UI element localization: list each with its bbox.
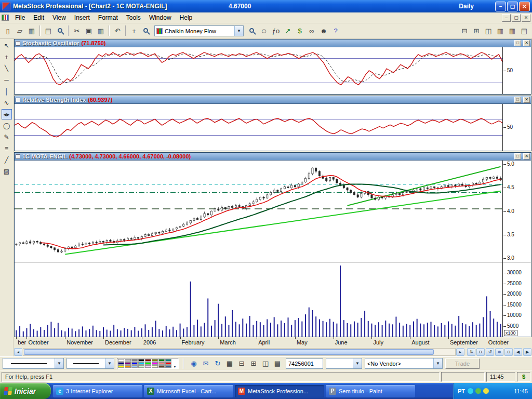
- arrange-icons-icon[interactable]: ▥: [495, 25, 506, 37]
- panel-collapse-box[interactable]: [16, 98, 20, 102]
- undo-icon[interactable]: ↶: [112, 25, 123, 37]
- indicator-dropdown[interactable]: Chaikin Money Flow ▼: [154, 25, 244, 36]
- language-indicator[interactable]: PT: [458, 388, 465, 394]
- color-swatch[interactable]: [118, 362, 124, 365]
- scroll-right-button[interactable]: ▸: [456, 348, 464, 356]
- vertical-line-tool[interactable]: │: [2, 86, 12, 97]
- cascade-windows-icon[interactable]: ◫: [483, 25, 494, 37]
- options-scope-icon[interactable]: ☻: [318, 25, 329, 37]
- color-palette[interactable]: ▼: [117, 358, 179, 369]
- text-note-tool[interactable]: ✎: [2, 132, 12, 142]
- color-swatch[interactable]: [138, 359, 144, 362]
- palette-dropdown-arrow[interactable]: ▼: [172, 365, 178, 368]
- taskbar-clock[interactable]: 11:45: [514, 388, 528, 394]
- color-swatch[interactable]: [125, 362, 131, 365]
- account-dropdown[interactable]: ▼: [326, 358, 362, 369]
- zoom-icon[interactable]: [140, 25, 152, 37]
- tile-horizontal-icon[interactable]: ⊟: [459, 25, 470, 37]
- chevron-down-icon[interactable]: ▼: [105, 358, 114, 368]
- rsi-chart[interactable]: [15, 104, 503, 151]
- line-weight-dropdown[interactable]: ▼: [66, 358, 114, 369]
- new-window-icon[interactable]: ▤: [518, 25, 530, 37]
- scroll-arrows-tool[interactable]: ◂▸: [2, 109, 12, 119]
- pattern-tool[interactable]: ▨: [2, 166, 12, 177]
- ellipse-tool[interactable]: ◯: [2, 121, 12, 131]
- chevron-down-icon[interactable]: ▼: [433, 358, 442, 368]
- regression-tool[interactable]: ╱: [2, 155, 12, 165]
- page-left-icon[interactable]: ◀: [514, 348, 522, 356]
- fibonacci-tool[interactable]: ≡: [2, 143, 12, 154]
- menu-format[interactable]: Format: [94, 13, 122, 22]
- tile-cols-icon[interactable]: ⊞: [248, 358, 259, 369]
- list-layout-icon[interactable]: ▤: [272, 358, 283, 369]
- vendor-dropdown[interactable]: <No Vendor> ▼: [365, 358, 443, 369]
- color-swatch[interactable]: [152, 365, 158, 368]
- mdi-minimize-button[interactable]: –: [502, 14, 511, 22]
- color-swatch[interactable]: [131, 359, 138, 362]
- color-swatch[interactable]: [158, 362, 165, 365]
- scroll-left-button[interactable]: ◂: [14, 348, 22, 356]
- tray-shield-icon[interactable]: [475, 388, 481, 394]
- save-icon[interactable]: ▦: [26, 25, 37, 37]
- trade-button[interactable]: Trade: [445, 358, 480, 369]
- menu-file[interactable]: File: [11, 13, 29, 22]
- color-swatch[interactable]: [125, 365, 131, 368]
- cut-icon[interactable]: ✂: [71, 25, 83, 37]
- panel-collapse-box[interactable]: [16, 154, 20, 159]
- chevron-down-icon[interactable]: ▼: [353, 358, 362, 368]
- color-swatch[interactable]: [145, 365, 151, 368]
- color-swatch[interactable]: [158, 359, 165, 362]
- panel-restore-button[interactable]: □: [514, 97, 521, 103]
- tray-volume-icon[interactable]: [483, 388, 489, 394]
- print-icon[interactable]: ▤: [43, 25, 54, 37]
- cycle-lines-tool[interactable]: ∿: [2, 98, 12, 108]
- scrollbar-thumb[interactable]: [24, 349, 434, 355]
- layout-grid-icon[interactable]: ▦: [507, 25, 518, 37]
- explorer-icon[interactable]: ☺: [258, 25, 270, 37]
- volume-chart[interactable]: [15, 262, 503, 337]
- scrollbar-track[interactable]: [23, 348, 456, 356]
- color-swatch[interactable]: [152, 359, 158, 362]
- tile-vertical-icon[interactable]: ⊞: [471, 25, 482, 37]
- page-right-icon[interactable]: ▶: [523, 348, 531, 356]
- color-swatch[interactable]: [165, 359, 171, 362]
- tray-network-icon[interactable]: [468, 388, 473, 394]
- zoom-out-icon[interactable]: ⊖: [504, 348, 513, 356]
- panel-close-button[interactable]: ✕: [523, 153, 530, 159]
- trendline-tool[interactable]: ╲: [2, 63, 12, 74]
- context-help-icon[interactable]: ?: [330, 25, 341, 37]
- system-tester-icon[interactable]: ↗: [282, 25, 294, 37]
- periodicity-daily-button[interactable]: D: [476, 348, 485, 356]
- menu-help[interactable]: Help: [176, 13, 197, 22]
- menu-tools[interactable]: Tools: [122, 13, 145, 22]
- color-swatch[interactable]: [125, 359, 131, 362]
- color-swatch[interactable]: [165, 365, 171, 368]
- scroll-lock-icon[interactable]: ⇅: [467, 348, 475, 356]
- restore-button[interactable]: ▢: [507, 2, 518, 11]
- crosshair-tool[interactable]: +: [2, 52, 12, 62]
- indicator-builder-icon[interactable]: ƒo: [270, 25, 282, 37]
- panel-close-button[interactable]: ✕: [523, 40, 530, 46]
- mail-icon[interactable]: ✉: [200, 358, 211, 369]
- chart-menu-icon[interactable]: [2, 15, 9, 21]
- task-internet-explorer[interactable]: e3 Internet Explorer: [53, 385, 142, 397]
- open-icon[interactable]: ▱: [14, 25, 25, 37]
- dollar-icon[interactable]: $: [294, 25, 305, 37]
- downloader-icon[interactable]: ◉: [188, 358, 200, 369]
- chevron-down-icon[interactable]: ▼: [234, 26, 243, 36]
- expert-advisor-icon[interactable]: [246, 25, 258, 37]
- tile-rows-icon[interactable]: ⊟: [236, 358, 247, 369]
- horizontal-line-tool[interactable]: ─: [2, 75, 12, 85]
- zoom-in-icon[interactable]: ⊕: [495, 348, 503, 356]
- grid-layout-icon[interactable]: ◫: [260, 358, 271, 369]
- task-metastock[interactable]: MMetaStock Profession...: [235, 385, 324, 397]
- color-swatch[interactable]: [118, 365, 124, 368]
- close-button[interactable]: ✕: [519, 2, 530, 11]
- new-chart-icon[interactable]: ▯: [2, 25, 14, 37]
- color-swatch[interactable]: [131, 365, 138, 368]
- start-button[interactable]: Iniciar: [0, 383, 51, 399]
- zoom-reset-icon[interactable]: ↺: [486, 348, 494, 356]
- move-chart-icon[interactable]: +: [128, 25, 140, 37]
- menu-edit[interactable]: Edit: [29, 13, 48, 22]
- menu-view[interactable]: View: [48, 13, 70, 22]
